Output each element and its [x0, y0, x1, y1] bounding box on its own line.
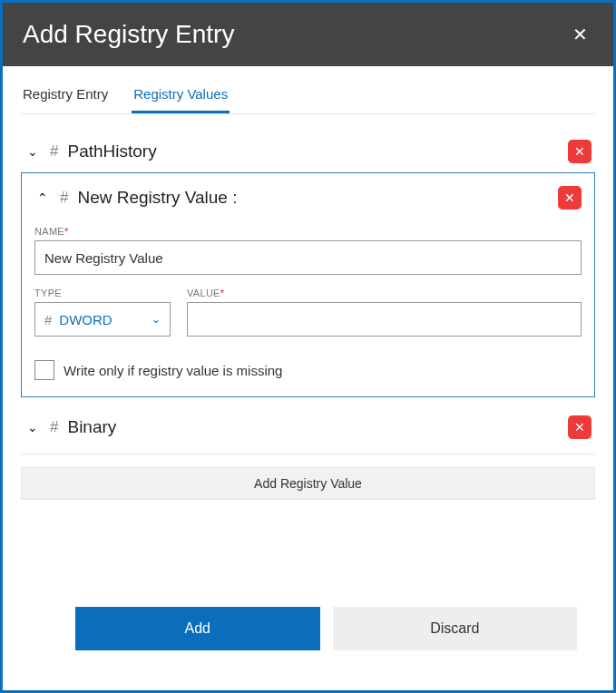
value-input[interactable] — [187, 302, 582, 337]
write-if-missing-row: Write only if registry value is missing — [34, 360, 582, 380]
close-icon: ✕ — [564, 190, 575, 205]
write-if-missing-label: Write only if registry value is missing — [64, 363, 282, 378]
value-item-title: New Registry Value : — [77, 188, 549, 208]
dialog-title: Add Registry Entry — [23, 20, 234, 49]
chevron-down-icon: ⌄ — [152, 313, 161, 326]
delete-button[interactable]: ✕ — [568, 415, 592, 439]
required-marker: * — [220, 288, 225, 298]
dialog-content: Registry Entry Registry Values ⌄ # PathH… — [3, 66, 613, 690]
close-icon: ✕ — [574, 144, 585, 159]
add-button[interactable]: Add — [75, 607, 320, 650]
hash-icon: # — [50, 418, 58, 436]
chevron-down-icon: ⌄ — [24, 420, 41, 434]
add-registry-entry-dialog: Add Registry Entry ✕ Registry Entry Regi… — [0, 0, 616, 693]
close-icon[interactable]: ✕ — [567, 20, 593, 49]
dialog-footer: Add Discard — [21, 607, 595, 672]
name-input[interactable] — [34, 240, 582, 275]
required-marker: * — [64, 226, 69, 237]
type-value: DWORD — [59, 312, 112, 327]
divider — [21, 454, 595, 454]
dialog-titlebar: Add Registry Entry ✕ — [3, 3, 613, 66]
close-icon: ✕ — [574, 420, 585, 434]
name-label: NAME* — [34, 226, 582, 237]
hash-icon: # — [50, 142, 58, 161]
write-if-missing-checkbox[interactable] — [34, 360, 54, 380]
chevron-up-icon: ⌃ — [34, 190, 51, 205]
hash-icon: # — [44, 312, 52, 327]
registry-values-list: ⌄ # PathHistory ✕ ⌃ # New Registry Value… — [21, 131, 595, 500]
add-registry-value-button[interactable]: Add Registry Value — [21, 467, 595, 500]
value-item-new-registry-value: ⌃ # New Registry Value : ✕ NAME* TYPE — [21, 172, 595, 397]
type-label: TYPE — [34, 288, 171, 298]
tab-registry-entry[interactable]: Registry Entry — [21, 77, 110, 113]
value-label: VALUE* — [187, 288, 582, 298]
delete-button[interactable]: ✕ — [568, 140, 592, 163]
type-select[interactable]: # DWORD ⌄ — [34, 302, 171, 337]
delete-button[interactable]: ✕ — [558, 186, 582, 210]
tab-registry-values[interactable]: Registry Values — [132, 77, 230, 113]
value-item-title: Binary — [67, 417, 559, 437]
value-item-header[interactable]: ⌃ # New Registry Value : ✕ — [34, 186, 582, 213]
value-item-title: PathHistory — [67, 142, 559, 161]
hash-icon: # — [60, 189, 68, 207]
value-item-pathhistory[interactable]: ⌄ # PathHistory ✕ — [21, 131, 595, 172]
value-item-binary[interactable]: ⌄ # Binary ✕ — [21, 406, 595, 448]
chevron-down-icon: ⌄ — [24, 144, 41, 159]
tabs: Registry Entry Registry Values — [21, 77, 595, 114]
discard-button[interactable]: Discard — [333, 607, 578, 650]
